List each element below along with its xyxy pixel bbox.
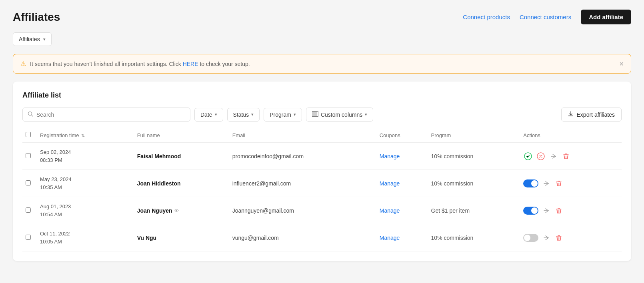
header-checkbox-cell bbox=[22, 128, 37, 143]
navigate-button[interactable] bbox=[549, 151, 558, 161]
add-affiliate-button[interactable]: Add affiliate bbox=[581, 10, 631, 24]
header-actions: Actions bbox=[520, 128, 622, 143]
row-email: vungu@gmail.com bbox=[229, 224, 376, 251]
date-filter-label: Date bbox=[200, 112, 212, 118]
alert-banner: ⚠ It seems that you haven't finished all… bbox=[13, 54, 631, 74]
row-checkbox[interactable] bbox=[26, 235, 31, 240]
row-reg-time: Oct 11, 202210:05 AM bbox=[37, 224, 134, 251]
warning-icon: ⚠ bbox=[20, 60, 26, 68]
alert-content: ⚠ It seems that you haven't finished all… bbox=[20, 60, 250, 68]
row-checkbox-cell bbox=[22, 170, 37, 197]
header-full-name: Full name bbox=[134, 128, 229, 143]
affiliates-table: Registration time ⇅ Full name Email Coup… bbox=[22, 128, 622, 251]
search-input[interactable] bbox=[36, 112, 185, 118]
actions-cell bbox=[523, 233, 618, 243]
row-checkbox-cell bbox=[22, 143, 37, 170]
row-program: Get $1 per item bbox=[428, 197, 520, 224]
row-full-name: Faisal Mehmood bbox=[134, 143, 229, 170]
row-checkbox[interactable] bbox=[26, 180, 31, 185]
actions-cell bbox=[523, 151, 618, 161]
actions-cell bbox=[523, 206, 618, 215]
custom-columns-button[interactable]: Custom columns ▾ bbox=[306, 108, 373, 122]
program-filter-label: Program bbox=[270, 112, 291, 118]
search-icon bbox=[28, 111, 33, 118]
row-email: Joannguyen@gmail.com bbox=[229, 197, 376, 224]
header-program: Program bbox=[428, 128, 520, 143]
header-actions: Connect products Connect customers Add a… bbox=[463, 10, 631, 24]
row-program: 10% commission bbox=[428, 143, 520, 170]
download-icon bbox=[568, 111, 574, 118]
table-row: Aug 01, 202310:54 AM Joan Nguyen👁 Joanng… bbox=[22, 197, 622, 224]
alert-close-button[interactable]: × bbox=[619, 60, 624, 68]
svg-rect-4 bbox=[316, 112, 318, 117]
row-actions bbox=[520, 224, 622, 251]
status-filter-label: Status bbox=[233, 112, 249, 118]
search-box bbox=[22, 108, 190, 122]
navigate-button[interactable] bbox=[542, 179, 551, 188]
table-row: Sep 02, 202408:33 PM Faisal Mehmood prom… bbox=[22, 143, 622, 170]
select-all-checkbox[interactable] bbox=[26, 132, 31, 137]
row-actions bbox=[520, 197, 622, 224]
toggle-switch[interactable] bbox=[523, 179, 538, 187]
row-coupons[interactable]: Manage bbox=[376, 170, 428, 197]
row-actions bbox=[520, 143, 622, 170]
columns-icon bbox=[312, 111, 318, 118]
svg-line-1 bbox=[32, 115, 33, 117]
row-reg-time: Aug 01, 202310:54 AM bbox=[37, 197, 134, 224]
navigate-button[interactable] bbox=[542, 233, 551, 243]
row-checkbox[interactable] bbox=[26, 207, 31, 213]
program-filter-button[interactable]: Program ▾ bbox=[264, 108, 302, 122]
row-coupons[interactable]: Manage bbox=[376, 143, 428, 170]
date-filter-button[interactable]: Date ▾ bbox=[194, 108, 223, 122]
delete-button[interactable] bbox=[554, 206, 563, 215]
row-coupons[interactable]: Manage bbox=[376, 224, 428, 251]
tab-dropdown-label: Affiliates bbox=[19, 36, 40, 42]
delete-button[interactable] bbox=[554, 233, 563, 242]
navigate-button[interactable] bbox=[542, 206, 551, 215]
chevron-down-icon: ▾ bbox=[43, 37, 46, 42]
alert-here-link[interactable]: HERE bbox=[183, 61, 198, 67]
export-affiliates-label: Export affiliates bbox=[577, 112, 615, 118]
toolbar: Date ▾ Status ▾ Program ▾ Custo bbox=[22, 108, 622, 122]
row-full-name: Joan Hiddleston bbox=[134, 170, 229, 197]
header-registration-time[interactable]: Registration time ⇅ bbox=[37, 128, 134, 143]
row-email: influencer2@gmail.com bbox=[229, 170, 376, 197]
date-chevron-icon: ▾ bbox=[215, 112, 217, 117]
toggle-switch[interactable] bbox=[523, 234, 538, 242]
header-email: Email bbox=[229, 128, 376, 143]
row-full-name: Joan Nguyen👁 bbox=[134, 197, 229, 224]
row-email: promocodeinfoo@gmail.com bbox=[229, 143, 376, 170]
toggle-switch[interactable] bbox=[523, 207, 538, 215]
status-chevron-icon: ▾ bbox=[251, 112, 254, 117]
table-row: May 23, 202410:35 AM Joan Hiddleston inf… bbox=[22, 170, 622, 197]
row-program: 10% commission bbox=[428, 224, 520, 251]
program-chevron-icon: ▾ bbox=[294, 112, 296, 117]
approve-button[interactable] bbox=[523, 151, 533, 161]
table-header-row: Registration time ⇅ Full name Email Coup… bbox=[22, 128, 622, 143]
export-affiliates-button[interactable]: Export affiliates bbox=[561, 108, 622, 122]
row-checkbox[interactable] bbox=[26, 153, 31, 158]
row-reg-time: Sep 02, 202408:33 PM bbox=[37, 143, 134, 170]
row-coupons[interactable]: Manage bbox=[376, 197, 428, 224]
page-title: Affiliates bbox=[13, 11, 60, 24]
row-full-name: Vu Ngu bbox=[134, 224, 229, 251]
tab-dropdown[interactable]: Affiliates ▾ bbox=[13, 32, 52, 46]
connect-products-link[interactable]: Connect products bbox=[463, 14, 510, 20]
custom-columns-label: Custom columns bbox=[321, 112, 362, 118]
info-icon: 👁 bbox=[174, 208, 179, 214]
delete-button[interactable] bbox=[554, 179, 563, 188]
sort-icon: ⇅ bbox=[81, 133, 85, 138]
table-row: Oct 11, 202210:05 AM Vu Ngu vungu@gmail.… bbox=[22, 224, 622, 251]
connect-customers-link[interactable]: Connect customers bbox=[520, 14, 571, 20]
custom-columns-chevron-icon: ▾ bbox=[365, 112, 367, 117]
reject-button[interactable] bbox=[536, 151, 546, 161]
header-coupons: Coupons bbox=[376, 128, 428, 143]
row-actions bbox=[520, 170, 622, 197]
affiliate-list-card: Affiliate list Date ▾ Status ▾ bbox=[13, 82, 631, 261]
row-checkbox-cell bbox=[22, 224, 37, 251]
actions-cell bbox=[523, 179, 618, 188]
delete-button[interactable] bbox=[562, 152, 570, 161]
svg-rect-3 bbox=[314, 112, 316, 117]
tab-bar: Affiliates ▾ bbox=[13, 32, 631, 46]
status-filter-button[interactable]: Status ▾ bbox=[227, 108, 260, 122]
